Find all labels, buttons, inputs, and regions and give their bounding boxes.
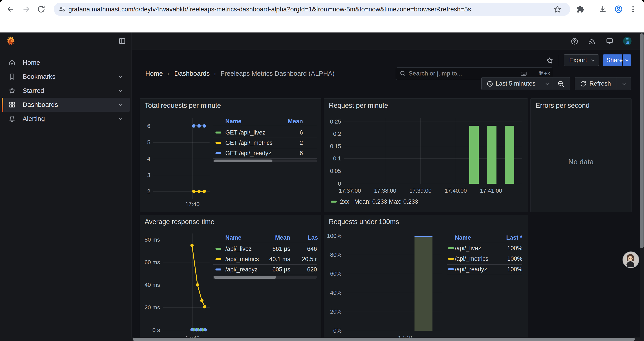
sidebar-item-bookmarks[interactable]: Bookmarks bbox=[2, 70, 130, 84]
y-axis-tick: 0.1 bbox=[324, 155, 341, 162]
chart-area: 6543217:40NameMeanGET /api/_livez6GET /a… bbox=[140, 99, 321, 212]
series-point bbox=[198, 190, 201, 193]
chevron-down-icon bbox=[544, 81, 550, 87]
panel-title[interactable]: Request per minute bbox=[329, 102, 388, 110]
url-text[interactable]: grafana.mathmast.com/d/deytv4rwavabkb/fr… bbox=[68, 0, 471, 19]
bookmark-icon bbox=[8, 73, 16, 80]
gridline-horizontal bbox=[153, 175, 210, 175]
refresh-interval-dropdown[interactable] bbox=[621, 81, 627, 87]
horizontal-scrollbar-thumb[interactable] bbox=[133, 338, 635, 341]
legend-series-swatch[interactable] bbox=[216, 258, 222, 260]
panel-title[interactable]: Errors per second bbox=[536, 102, 590, 110]
legend-column-header[interactable]: Name bbox=[225, 234, 242, 241]
profile-icon[interactable] bbox=[614, 5, 623, 14]
extensions-icon[interactable] bbox=[576, 5, 584, 14]
chevron-down-icon[interactable] bbox=[118, 74, 124, 80]
legend-divider bbox=[447, 242, 522, 242]
legend-scrollbar-thumb[interactable] bbox=[214, 276, 276, 279]
share-button[interactable]: Share bbox=[603, 55, 622, 66]
legend-series-swatch[interactable] bbox=[216, 142, 222, 144]
menu-kebab-icon[interactable] bbox=[629, 5, 638, 14]
forward-icon[interactable] bbox=[22, 5, 31, 14]
legend-value: 40.1 ms bbox=[269, 256, 290, 263]
legend-series-name[interactable]: /api/_readyz bbox=[455, 266, 487, 273]
export-button[interactable]: Export bbox=[564, 55, 599, 66]
search-placeholder: Search or jump to... bbox=[408, 68, 462, 79]
legend-series-name[interactable]: GET /api/_metrics bbox=[225, 140, 273, 146]
chevron-down-icon[interactable] bbox=[118, 88, 124, 94]
zoom-out-icon[interactable] bbox=[557, 80, 565, 88]
chevron-down-icon[interactable] bbox=[118, 116, 124, 122]
legend-scrollbar-thumb[interactable] bbox=[214, 160, 272, 162]
legend-column-header[interactable]: Last * bbox=[506, 234, 522, 241]
breadcrumb-separator: › bbox=[214, 65, 216, 82]
y-axis-tick: 100% bbox=[324, 233, 342, 239]
legend-series-name[interactable]: /api/_metrics bbox=[225, 256, 259, 263]
legend-series-swatch[interactable] bbox=[216, 132, 222, 134]
legend-series-swatch[interactable] bbox=[216, 269, 222, 270]
legend-series-name[interactable]: GET /api/_livez bbox=[225, 129, 266, 136]
refresh-label[interactable]: Refresh bbox=[590, 78, 611, 90]
floating-assistant-avatar[interactable] bbox=[622, 251, 639, 268]
bookmark-star-icon[interactable] bbox=[553, 5, 562, 14]
breadcrumb-dashboards[interactable]: Dashboards bbox=[174, 65, 210, 82]
panel-request-per-minute: Request per minute 0.250.20.150.10.05017… bbox=[324, 98, 528, 212]
legend-series-swatch[interactable] bbox=[216, 152, 222, 154]
legend-series-name[interactable]: /api/_livez bbox=[225, 245, 252, 252]
rss-icon[interactable] bbox=[588, 37, 596, 45]
sidebar-item-alerting[interactable]: Alerting bbox=[2, 112, 130, 126]
panel-errors-per-second: Errors per second No data bbox=[530, 98, 632, 212]
legend-series-name[interactable]: GET /api/_readyz bbox=[225, 150, 271, 157]
x-axis-tick: 17:41:00 bbox=[480, 187, 502, 194]
panel-title[interactable]: Total requests per minute bbox=[145, 102, 221, 110]
sidebar-item-starred[interactable]: Starred bbox=[2, 84, 130, 98]
grafana-header: Grafana Home › Dashboards › Freeleaps Me… bbox=[0, 33, 644, 50]
sidebar-item-label: Starred bbox=[22, 84, 44, 98]
sidebar-item-label: Home bbox=[22, 56, 40, 70]
gridline-vertical bbox=[456, 118, 456, 184]
sidebar-item-dashboards[interactable]: Dashboards bbox=[2, 98, 130, 112]
legend-series-name[interactable]: /api/_metrics bbox=[455, 255, 488, 262]
share-menu-button[interactable] bbox=[623, 55, 631, 66]
panel-average-response-time: Average response time 80 ms60 ms40 ms20 … bbox=[140, 215, 321, 341]
help-icon[interactable] bbox=[570, 37, 578, 45]
gridline-horizontal bbox=[344, 184, 522, 184]
legend-series-name[interactable]: 2xx bbox=[340, 198, 349, 205]
grafana-logo[interactable] bbox=[6, 36, 16, 46]
legend-series-swatch[interactable] bbox=[448, 268, 454, 270]
legend-column-header[interactable]: Las bbox=[308, 234, 318, 241]
legend-series-swatch[interactable] bbox=[448, 247, 454, 249]
legend-series-name[interactable]: /api/_readyz bbox=[225, 266, 258, 273]
legend-series-swatch[interactable] bbox=[448, 258, 454, 260]
site-settings-icon[interactable] bbox=[58, 6, 66, 13]
legend-series-swatch[interactable] bbox=[216, 248, 222, 250]
panel-title[interactable]: Requests under 100ms bbox=[329, 218, 399, 226]
download-icon[interactable] bbox=[598, 5, 607, 14]
legend-value: 20.5 r bbox=[302, 256, 317, 263]
sidebar-item-label: Bookmarks bbox=[22, 70, 56, 84]
legend-column-header[interactable]: Mean bbox=[275, 234, 290, 241]
panel-title[interactable]: Average response time bbox=[145, 218, 214, 226]
chevron-down-icon[interactable] bbox=[118, 102, 124, 108]
legend-column-header[interactable]: Name bbox=[225, 118, 242, 125]
legend-series-swatch[interactable] bbox=[331, 201, 337, 203]
legend-column-header[interactable]: Name bbox=[455, 234, 471, 241]
legend-series-name[interactable]: /api/_livez bbox=[455, 245, 481, 252]
back-icon[interactable] bbox=[6, 5, 15, 14]
user-avatar[interactable] bbox=[623, 37, 632, 46]
y-axis-tick: 60 ms bbox=[140, 259, 160, 266]
time-range-label[interactable]: Last 5 minutes bbox=[496, 78, 536, 90]
favorite-star-icon[interactable] bbox=[546, 57, 554, 65]
reload-icon[interactable] bbox=[37, 5, 46, 14]
breadcrumb-home[interactable]: Home bbox=[145, 65, 163, 82]
y-axis-tick: 0 bbox=[324, 180, 341, 187]
kiosk-monitor-icon[interactable] bbox=[606, 37, 614, 45]
dock-sidebar-icon[interactable] bbox=[118, 37, 126, 45]
vertical-scrollbar-thumb[interactable] bbox=[640, 33, 644, 248]
legend-value: 6 bbox=[300, 129, 303, 136]
legend-column-header[interactable]: Mean bbox=[288, 118, 303, 125]
legend-value: 100% bbox=[507, 266, 522, 273]
sidebar-item-home[interactable]: Home bbox=[2, 56, 130, 70]
bell-icon bbox=[8, 115, 16, 122]
series-point bbox=[204, 328, 207, 331]
